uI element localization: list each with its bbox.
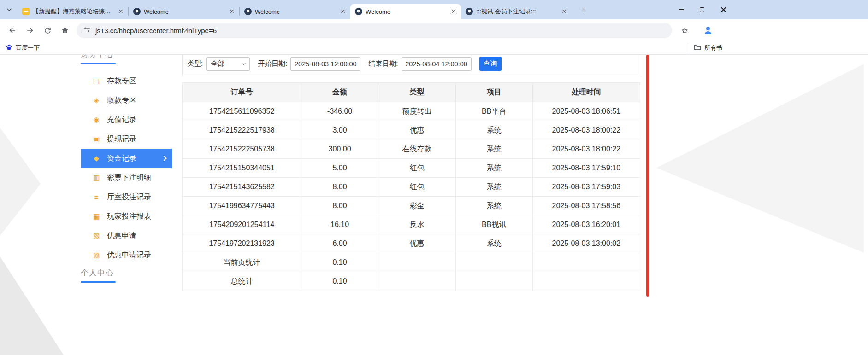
refresh-button[interactable] bbox=[39, 22, 56, 39]
home-button[interactable] bbox=[56, 22, 74, 39]
tab-close-icon[interactable] bbox=[561, 8, 568, 15]
table-cell: 16.10 bbox=[301, 215, 378, 234]
tab-strip-tabs: 【新提醒】海燕策略论坛综合交WelcomeWelcomeWelcome:::视讯… bbox=[18, 0, 572, 19]
site-favicon-icon bbox=[133, 8, 141, 15]
table-body: 1754215611096352-346.00额度转出BB平台2025-08-0… bbox=[183, 102, 640, 291]
new-tab-button[interactable] bbox=[576, 3, 589, 16]
column-header: 项目 bbox=[455, 83, 532, 102]
cashout-record-icon: ▣ bbox=[92, 135, 100, 143]
sidebar-item[interactable]: ◆资金记录 bbox=[81, 149, 172, 168]
sidebar-item[interactable]: ≡厅室投注记录 bbox=[81, 187, 172, 207]
tab-title: Welcome bbox=[144, 8, 225, 15]
table-cell: 2025-08-03 18:06:51 bbox=[532, 102, 640, 121]
bookmark-baidu[interactable]: 百度一下 bbox=[6, 41, 40, 54]
table-cell: 2025-08-03 13:00:02 bbox=[532, 234, 640, 253]
records-table: 订单号金额类型项目处理时间 1754215611096352-346.00额度转… bbox=[182, 82, 640, 291]
sidebar-item[interactable]: ▧优惠申请 bbox=[81, 226, 172, 245]
close-button[interactable] bbox=[713, 0, 734, 19]
table-cell: 总统计 bbox=[183, 272, 301, 291]
table-cell: BB平台 bbox=[455, 102, 532, 121]
sidebar-item[interactable]: ▥彩票下注明细 bbox=[81, 168, 172, 187]
table-cell: 1754215611096352 bbox=[183, 102, 301, 121]
back-button[interactable] bbox=[4, 22, 21, 39]
table-row: 总统计0.10 bbox=[183, 272, 640, 291]
forward-button[interactable] bbox=[21, 22, 39, 39]
maximize-button[interactable] bbox=[691, 0, 713, 19]
browser-tab[interactable]: 【新提醒】海燕策略论坛综合交 bbox=[18, 4, 128, 19]
table-cell: 0.10 bbox=[301, 253, 378, 272]
table-cell: 2025-08-03 18:00:22 bbox=[532, 140, 640, 159]
sidebar-item[interactable]: ▤存款专区 bbox=[81, 71, 172, 91]
baidu-favicon-icon bbox=[6, 44, 12, 52]
bookmarks-bar: 百度一下 所有书 bbox=[0, 41, 868, 55]
all-bookmarks-button[interactable]: 所有书 bbox=[694, 41, 722, 54]
table-cell: 5.00 bbox=[301, 159, 378, 178]
table-cell bbox=[378, 272, 455, 291]
browser-tab[interactable]: Welcome bbox=[240, 4, 350, 19]
bookmark-star-icon[interactable] bbox=[676, 22, 693, 39]
table-cell: 系统 bbox=[455, 234, 532, 253]
sidebar-item[interactable]: ◈取款专区 bbox=[81, 91, 172, 110]
table-cell bbox=[532, 253, 640, 272]
browser-tab[interactable]: Welcome bbox=[129, 4, 239, 19]
table-cell: 2025-08-03 17:58:56 bbox=[532, 197, 640, 215]
end-date-label: 结束日期: bbox=[368, 59, 398, 68]
table-cell: 优惠 bbox=[378, 234, 455, 253]
table-cell: 红包 bbox=[378, 178, 455, 197]
tab-close-icon[interactable] bbox=[117, 8, 124, 15]
bookmark-label: 百度一下 bbox=[16, 44, 40, 52]
sidebar-items: ▤存款专区◈取款专区◉充值记录▣提现记录◆资金记录▥彩票下注明细≡厅室投注记录▦… bbox=[81, 71, 172, 265]
type-select[interactable]: 全部 bbox=[206, 57, 250, 71]
table-cell: 系统 bbox=[455, 197, 532, 215]
table-cell: 系统 bbox=[455, 159, 532, 178]
table-cell: -346.00 bbox=[301, 102, 378, 121]
sidebar-item-label: 彩票下注明细 bbox=[107, 173, 151, 183]
column-header: 金额 bbox=[301, 83, 378, 102]
table-cell: 1754215222505738 bbox=[183, 140, 301, 159]
tab-title: 【新提醒】海燕策略论坛综合交 bbox=[33, 7, 114, 16]
minimize-button[interactable] bbox=[670, 0, 691, 19]
sidebar-item[interactable]: ▦玩家投注报表 bbox=[81, 207, 172, 226]
sidebar-item[interactable]: ▣提现记录 bbox=[81, 129, 172, 149]
decorative-triangle-left bbox=[0, 128, 41, 236]
filter-bar: 类型: 全部 开始日期: 结束日期: 查询 bbox=[182, 55, 640, 76]
table-cell: 2025-08-03 18:00:22 bbox=[532, 121, 640, 140]
table-cell: 1754197202131923 bbox=[183, 234, 301, 253]
table-row: 17542151436255828.00红包系统2025-08-03 17:59… bbox=[183, 178, 640, 197]
table-cell: BB视讯 bbox=[455, 215, 532, 234]
site-info-icon[interactable] bbox=[83, 26, 91, 35]
table-cell: 额度转出 bbox=[378, 102, 455, 121]
sidebar-section-finance: 财务中心 bbox=[81, 55, 116, 64]
type-label: 类型: bbox=[187, 59, 203, 68]
type-select-value: 全部 bbox=[211, 59, 224, 68]
table-cell: 0.10 bbox=[301, 272, 378, 291]
sidebar-item[interactable]: ◉充值记录 bbox=[81, 110, 172, 129]
profile-avatar-icon[interactable] bbox=[701, 23, 715, 38]
column-header: 类型 bbox=[378, 83, 455, 102]
promo-apply-record-icon: ▨ bbox=[92, 251, 100, 259]
browser-tab[interactable]: :::视讯 会员下注纪录::: bbox=[461, 4, 572, 19]
table-row: 17541996347754438.00彩金系统2025-08-03 17:58… bbox=[183, 197, 640, 215]
start-date-input[interactable] bbox=[290, 57, 360, 71]
sidebar-item-label: 提现记录 bbox=[107, 134, 136, 144]
end-date-input[interactable] bbox=[402, 57, 472, 71]
tab-search-chevron-icon[interactable] bbox=[3, 3, 16, 16]
folder-icon bbox=[694, 44, 701, 52]
sidebar-item[interactable]: ▨优惠申请记录 bbox=[81, 245, 172, 265]
table-cell: 6.00 bbox=[301, 234, 378, 253]
table-cell: 1754215150344051 bbox=[183, 159, 301, 178]
column-header: 订单号 bbox=[183, 83, 301, 102]
table-cell bbox=[378, 253, 455, 272]
table-cell: 系统 bbox=[455, 140, 532, 159]
section-personal-label: 个人中心 bbox=[81, 268, 114, 277]
tab-close-icon[interactable] bbox=[228, 8, 236, 15]
query-button[interactable]: 查询 bbox=[479, 57, 502, 71]
url-bar[interactable]: js13.cc/hhcp/usercenter.html?iniType=6 bbox=[77, 23, 672, 38]
browser-tab[interactable]: Welcome bbox=[350, 4, 461, 19]
table-row: 17541972021319236.00优惠系统2025-08-03 13:00… bbox=[183, 234, 640, 253]
window-controls bbox=[670, 0, 734, 19]
tab-close-icon[interactable] bbox=[450, 8, 457, 15]
tab-close-icon[interactable] bbox=[339, 8, 347, 15]
page-scrollbar[interactable] bbox=[646, 55, 649, 297]
section-underline bbox=[81, 63, 116, 64]
